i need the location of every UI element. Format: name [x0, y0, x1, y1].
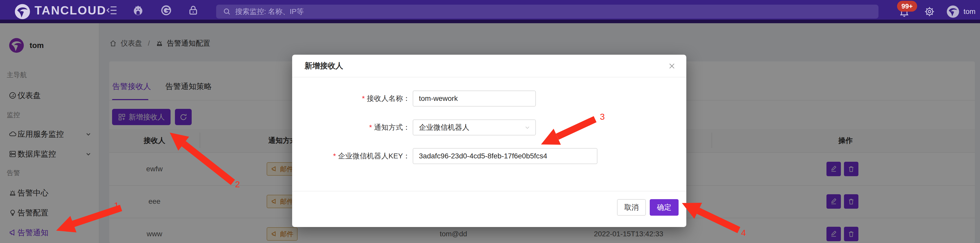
monitor-search-bar[interactable]	[216, 5, 878, 19]
settings-gear-icon[interactable]	[922, 0, 937, 23]
add-receiver-modal: 新增接收人 * 接收人名称： * 通知方式： 企业微信机器人	[292, 55, 686, 227]
brand-name: TANCLOUD	[35, 0, 107, 21]
modal-title: 新增接收人	[304, 55, 343, 77]
user-avatar[interactable]	[946, 5, 960, 18]
navbar-username[interactable]: tom	[964, 0, 975, 23]
chevron-down-icon	[524, 124, 531, 131]
field-label: 通知方式：	[374, 123, 410, 132]
form-row-receiver-name: * 接收人名称：	[292, 91, 686, 107]
wework-key-input[interactable]	[413, 148, 597, 164]
github-icon[interactable]	[130, 0, 146, 21]
select-value: 企业微信机器人	[419, 123, 469, 132]
required-mark: *	[362, 94, 365, 103]
receiver-name-input[interactable]	[413, 91, 536, 107]
close-icon[interactable]	[666, 60, 678, 72]
confirm-button[interactable]: 确定	[650, 199, 679, 216]
notification-count-badge[interactable]: 99+	[897, 1, 917, 11]
search-input[interactable]	[235, 7, 878, 16]
app-screen: TANCLOUD	[0, 0, 980, 243]
field-label: 企业微信机器人KEY：	[338, 151, 410, 161]
search-icon	[223, 8, 231, 16]
modal-header: 新增接收人	[292, 55, 686, 77]
required-mark: *	[333, 152, 336, 160]
tancloud-logo-icon[interactable]	[14, 3, 31, 20]
form-row-notify-method: * 通知方式： 企业微信机器人	[292, 120, 686, 136]
menu-fold-icon[interactable]	[104, 0, 120, 21]
notify-method-select[interactable]: 企业微信机器人	[413, 120, 536, 136]
modal-footer: 取消 确定	[292, 191, 686, 227]
cancel-button[interactable]: 取消	[617, 199, 646, 216]
gitee-icon[interactable]	[158, 0, 174, 21]
required-mark: *	[369, 123, 372, 131]
top-navbar: TANCLOUD	[0, 0, 980, 23]
form-row-wework-key: * 企业微信机器人KEY：	[292, 148, 686, 164]
field-label: 接收人名称：	[367, 94, 410, 104]
lock-icon[interactable]	[186, 0, 201, 21]
